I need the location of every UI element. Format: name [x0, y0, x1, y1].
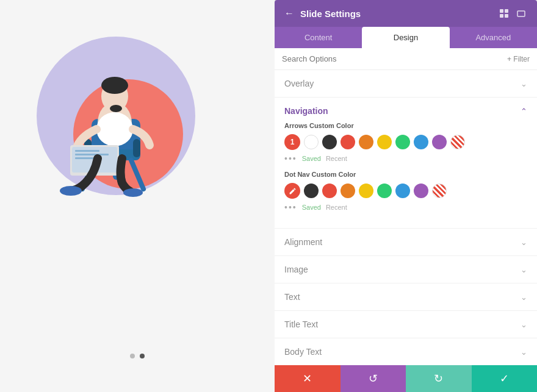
text-chevron: ⌄: [521, 293, 527, 302]
dotnav-more-dots[interactable]: •••: [284, 202, 297, 212]
arrows-swatch-custom[interactable]: [450, 135, 465, 149]
panel-toolbar: ✕ ↺ ↻ ✓: [275, 365, 537, 392]
alignment-chevron: ⌄: [521, 238, 527, 247]
arrows-label: Arrows Custom Color: [284, 122, 527, 129]
section-title-text[interactable]: Title Text ⌄: [275, 311, 537, 338]
dotnav-swatch-custom[interactable]: [432, 184, 447, 198]
arrows-saved-recent: ••• Saved Recent: [284, 154, 527, 163]
svg-rect-14: [75, 150, 99, 152]
search-bar: + Filter: [275, 48, 537, 70]
arrows-swatch-blue[interactable]: [414, 135, 428, 149]
navigation-chevron: ⌃: [521, 107, 527, 116]
svg-point-11: [110, 105, 122, 112]
arrows-swatch-white[interactable]: [304, 135, 319, 149]
svg-rect-21: [500, 14, 503, 18]
body-text-chevron: ⌄: [521, 347, 527, 357]
arrows-swatch-black[interactable]: [322, 135, 337, 149]
svg-rect-23: [517, 11, 525, 16]
arrows-swatch-yellow[interactable]: [377, 135, 392, 149]
redo-icon: ↻: [434, 372, 443, 385]
arrows-saved[interactable]: Saved: [302, 155, 321, 162]
dotnav-recent[interactable]: Recent: [326, 204, 347, 211]
dotnav-swatch-orange[interactable]: [341, 184, 355, 198]
panel-title: Slide Settings: [300, 9, 492, 19]
section-alignment[interactable]: Alignment ⌄: [275, 229, 537, 256]
image-label: Image: [284, 265, 308, 274]
svg-rect-20: [505, 9, 508, 13]
cancel-icon: ✕: [303, 372, 312, 385]
navigation-label: Navigation: [284, 106, 328, 116]
svg-point-18: [123, 188, 143, 197]
slide-dot-2[interactable]: [140, 354, 145, 358]
navigation-header[interactable]: Navigation ⌃: [284, 98, 527, 122]
panel-content: Overlay ⌄ Navigation ⌃ Arrows Custom Col…: [275, 70, 537, 365]
save-button[interactable]: ✓: [472, 365, 538, 392]
svg-point-10: [101, 77, 128, 94]
slide-dots: [130, 354, 145, 358]
slide-settings-panel: ← Slide Settings Content Design Advanced: [275, 0, 537, 392]
svg-rect-15: [75, 154, 109, 155]
undo-icon: ↺: [369, 372, 378, 385]
dotnav-swatch-blue[interactable]: [395, 184, 410, 198]
title-text-label: Title Text: [284, 319, 318, 329]
search-input[interactable]: [282, 54, 507, 63]
back-button[interactable]: ←: [284, 8, 294, 19]
panel-header: ← Slide Settings: [275, 0, 537, 27]
tab-advanced[interactable]: Advanced: [450, 27, 537, 48]
redo-button[interactable]: ↻: [406, 365, 472, 392]
tab-content[interactable]: Content: [275, 27, 362, 48]
section-text[interactable]: Text ⌄: [275, 283, 537, 311]
slide-dot-1[interactable]: [130, 354, 135, 358]
section-body-text[interactable]: Body Text ⌄: [275, 338, 537, 365]
svg-rect-6: [133, 139, 140, 157]
svg-rect-19: [500, 9, 503, 13]
dotnav-swatch-purple[interactable]: [414, 184, 428, 198]
svg-line-4: [131, 160, 143, 189]
svg-rect-22: [505, 14, 508, 18]
dotnav-saved-recent: ••• Saved Recent: [284, 202, 527, 212]
arrows-color-row: 1: [284, 134, 527, 150]
resize-icon[interactable]: [515, 7, 527, 20]
arrows-recent[interactable]: Recent: [326, 155, 347, 162]
dotnav-color-subsection: Dot Nav Custom Color 2: [284, 171, 527, 212]
title-text-chevron: ⌄: [521, 320, 527, 329]
alignment-label: Alignment: [284, 237, 322, 247]
arrows-color-subsection: Arrows Custom Color 1 ••• Saved Re: [284, 122, 527, 163]
image-chevron: ⌄: [521, 265, 527, 274]
dotnav-label: Dot Nav Custom Color: [284, 171, 527, 178]
dotnav-swatch-black[interactable]: [304, 184, 319, 198]
overlay-label: Overlay: [284, 79, 314, 88]
undo-button[interactable]: ↺: [341, 365, 406, 392]
dotnav-swatch-green[interactable]: [377, 184, 392, 198]
dotnav-swatch-red[interactable]: [322, 184, 337, 198]
dotnav-color-row: 2: [284, 183, 527, 199]
canvas-area: [0, 0, 275, 392]
arrows-swatch-red[interactable]: [341, 135, 355, 149]
text-label: Text: [284, 292, 300, 302]
dotnav-saved[interactable]: Saved: [302, 204, 321, 211]
svg-point-17: [60, 186, 82, 196]
cancel-button[interactable]: ✕: [275, 365, 341, 392]
tab-design[interactable]: Design: [362, 27, 449, 48]
save-icon: ✓: [500, 372, 509, 385]
arrows-more-dots[interactable]: •••: [284, 154, 297, 163]
panel-tabs: Content Design Advanced: [275, 27, 537, 48]
arrows-badge[interactable]: 1: [284, 134, 300, 150]
grid-icon[interactable]: [498, 7, 510, 20]
illustration: [18, 30, 214, 228]
svg-point-8: [96, 112, 133, 146]
arrows-swatch-orange[interactable]: [359, 135, 373, 149]
section-image[interactable]: Image ⌄: [275, 256, 537, 283]
overlay-chevron: ⌄: [521, 79, 527, 88]
arrows-swatch-green[interactable]: [395, 135, 410, 149]
dotnav-swatch-yellow[interactable]: [359, 184, 373, 198]
section-overlay[interactable]: Overlay ⌄: [275, 70, 537, 98]
filter-button[interactable]: + Filter: [507, 55, 530, 63]
dotnav-badge[interactable]: 2: [284, 183, 300, 199]
body-text-label: Body Text: [284, 347, 322, 357]
arrows-swatch-purple[interactable]: [432, 135, 447, 149]
panel-header-icons: [498, 7, 527, 20]
navigation-section: Navigation ⌃ Arrows Custom Color 1: [275, 98, 537, 229]
